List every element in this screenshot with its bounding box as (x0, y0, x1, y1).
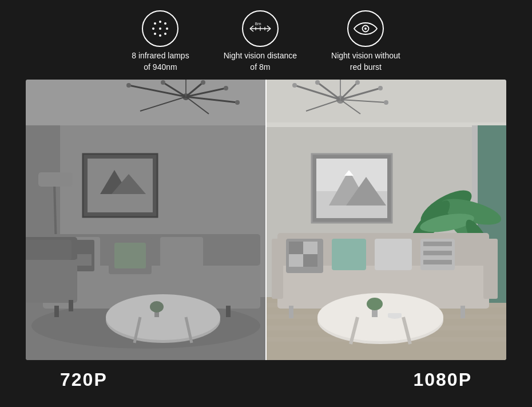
svg-point-90 (292, 83, 297, 88)
svg-point-35 (224, 86, 228, 90)
eye-icon (353, 20, 378, 37)
svg-point-33 (161, 80, 165, 85)
svg-rect-57 (77, 254, 92, 266)
svg-point-94 (384, 100, 388, 105)
svg-rect-135 (289, 306, 293, 318)
svg-point-65 (106, 294, 220, 340)
svg-rect-121 (332, 239, 366, 270)
features-bar: 8 infrared lamps of 940nm 8m (0, 0, 532, 80)
eye-icon-circle (347, 10, 384, 47)
svg-rect-124 (423, 242, 452, 246)
svg-point-19 (364, 27, 367, 30)
svg-rect-122 (375, 239, 412, 270)
svg-point-132 (367, 298, 383, 310)
svg-rect-126 (423, 260, 452, 264)
svg-rect-120 (303, 254, 317, 267)
svg-rect-134 (388, 313, 402, 318)
left-resolution-label: 720P (60, 369, 108, 390)
right-room-svg (266, 80, 506, 360)
svg-rect-63 (69, 300, 73, 311)
ruler-icon: 8m (248, 19, 273, 38)
feature-infrared: 8 infrared lamps of 940nm (132, 10, 189, 73)
svg-point-34 (201, 80, 205, 85)
svg-rect-71 (226, 306, 231, 317)
right-resolution-label: 1080P (413, 369, 472, 390)
svg-point-93 (378, 86, 383, 90)
infrared-icon-circle (142, 10, 178, 47)
svg-rect-117 (289, 242, 303, 254)
svg-point-3 (164, 33, 166, 35)
svg-point-1 (164, 22, 166, 25)
svg-point-8 (159, 27, 161, 30)
svg-rect-125 (423, 251, 452, 255)
svg-text:8m: 8m (255, 21, 261, 26)
infrared-dots-icon (149, 17, 172, 40)
svg-rect-52 (160, 237, 203, 274)
svg-point-36 (235, 100, 240, 105)
svg-point-7 (154, 22, 156, 25)
right-panel (266, 80, 506, 360)
svg-rect-46 (38, 172, 73, 187)
feature-distance: 8m Night vision distance of 8m (224, 10, 297, 73)
svg-rect-58 (114, 243, 146, 268)
svg-rect-59 (26, 257, 77, 303)
comparison-container (26, 80, 506, 360)
svg-point-32 (126, 83, 131, 88)
svg-rect-136 (460, 306, 465, 318)
svg-point-91 (315, 80, 320, 85)
svg-rect-61 (26, 240, 72, 260)
svg-rect-118 (303, 242, 317, 254)
comparison-divider (265, 80, 267, 360)
svg-point-4 (159, 34, 161, 37)
svg-point-5 (154, 33, 156, 35)
distance-label: Night vision distance of 8m (224, 50, 297, 73)
resolution-labels: 720P 1080P (26, 362, 506, 397)
feature-no-burst: Night vision without red burst (331, 10, 400, 73)
svg-point-69 (150, 301, 164, 313)
svg-rect-119 (289, 254, 303, 267)
left-room-svg (26, 80, 266, 360)
svg-rect-114 (483, 239, 498, 299)
left-panel (26, 80, 266, 360)
svg-rect-55 (77, 243, 92, 254)
distance-icon-circle: 8m (242, 10, 279, 47)
svg-point-92 (355, 80, 360, 85)
svg-rect-115 (272, 239, 283, 299)
no-burst-label: Night vision without red burst (331, 50, 400, 73)
svg-rect-70 (54, 306, 59, 317)
svg-rect-74 (266, 123, 506, 127)
infrared-label: 8 infrared lamps of 940nm (132, 50, 189, 73)
svg-point-6 (152, 27, 154, 30)
svg-point-0 (159, 21, 161, 23)
svg-point-2 (166, 27, 168, 30)
